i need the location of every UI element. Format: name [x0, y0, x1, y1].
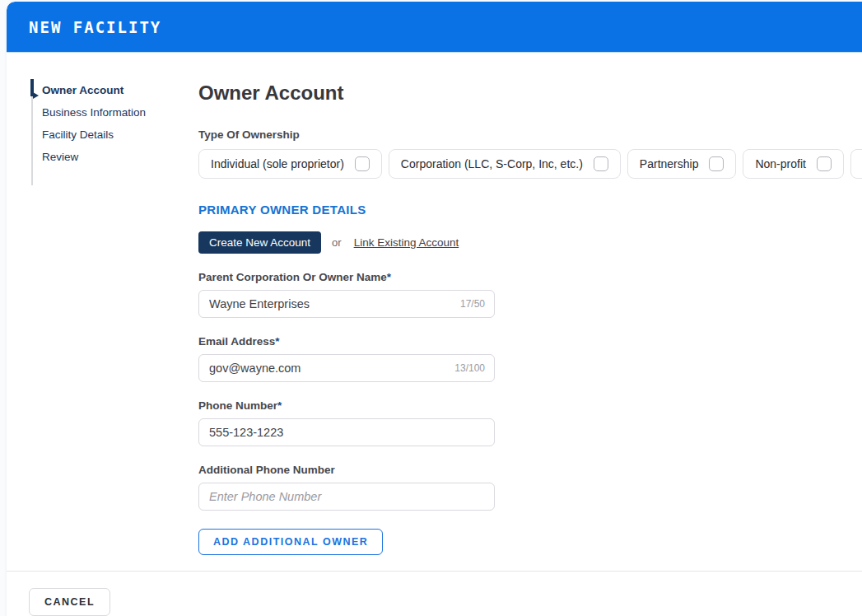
- add-additional-owner-button[interactable]: ADD ADDITIONAL OWNER: [198, 529, 383, 555]
- link-existing-account-link[interactable]: Link Existing Account: [354, 236, 459, 249]
- sidebar-item-label: Owner Account: [42, 84, 123, 96]
- email-input[interactable]: [198, 354, 495, 382]
- page-header-title: NEW FACILITY: [29, 18, 161, 36]
- email-label: Email Address*: [198, 335, 862, 348]
- individual-checkbox[interactable]: [355, 156, 370, 171]
- ownership-option-corporation[interactable]: Corporation (LLC, S-Corp, Inc, etc.): [389, 149, 621, 179]
- active-step-indicator-icon: [30, 79, 34, 96]
- ownership-option-label: Corporation (LLC, S-Corp, Inc, etc.): [401, 157, 583, 170]
- create-new-account-button[interactable]: Create New Account: [198, 231, 321, 254]
- phone-label: Phone Number*: [198, 399, 862, 412]
- owner-name-input[interactable]: [198, 290, 495, 318]
- ownership-option-label: Individual (sole proprietor): [211, 157, 344, 170]
- ownership-option-label: Partnership: [640, 157, 699, 170]
- phone-field-block: Phone Number*: [198, 399, 862, 446]
- form-footer: CANCEL: [7, 571, 862, 616]
- account-mode-row: Create New Account or Link Existing Acco…: [198, 231, 862, 254]
- ownership-option-non-profit[interactable]: Non-profit: [743, 149, 843, 179]
- email-field-block: Email Address* 13/100: [198, 335, 862, 382]
- sidebar-item-label: Facility Details: [42, 128, 114, 141]
- ownership-option-government[interactable]: Government: [850, 149, 862, 179]
- corporation-checkbox[interactable]: [594, 156, 608, 171]
- sidebar-item-review[interactable]: Review: [42, 146, 198, 168]
- owner-name-field-block: Parent Corporation Or Owner Name* 17/50: [198, 271, 862, 318]
- owner-account-form: Owner Account Type Of Ownership Individu…: [198, 52, 862, 555]
- ownership-options-row: Individual (sole proprietor) Corporation…: [198, 149, 862, 179]
- required-asterisk: *: [275, 335, 279, 348]
- page-header: NEW FACILITY: [7, 2, 862, 52]
- primary-owner-details-title: PRIMARY OWNER DETAILS: [198, 203, 862, 217]
- sidebar-item-business-information[interactable]: Business Information: [42, 101, 198, 124]
- cancel-button[interactable]: CANCEL: [29, 588, 110, 616]
- new-facility-card: NEW FACILITY Owner Account Business Info…: [7, 2, 862, 616]
- additional-phone-input[interactable]: [198, 483, 495, 511]
- additional-phone-field-block: Additional Phone Number: [198, 464, 862, 511]
- sidebar-item-label: Review: [42, 151, 78, 163]
- non-profit-checkbox[interactable]: [817, 156, 832, 171]
- required-asterisk: *: [277, 399, 282, 412]
- ownership-option-label: Non-profit: [755, 157, 805, 170]
- required-asterisk: *: [387, 271, 391, 283]
- sidebar-item-facility-details[interactable]: Facility Details: [42, 124, 198, 146]
- sidebar-item-owner-account[interactable]: Owner Account: [42, 79, 198, 101]
- step-sidebar: Owner Account Business Information Facil…: [7, 52, 198, 555]
- sidebar-item-label: Business Information: [42, 106, 146, 119]
- page-title: Owner Account: [198, 82, 862, 105]
- type-of-ownership-label: Type Of Ownership: [198, 128, 862, 141]
- ownership-option-individual[interactable]: Individual (sole proprietor): [198, 149, 382, 179]
- ownership-option-partnership[interactable]: Partnership: [627, 149, 737, 179]
- phone-input[interactable]: [198, 418, 495, 446]
- additional-phone-label: Additional Phone Number: [198, 464, 862, 476]
- partnership-checkbox[interactable]: [709, 156, 724, 171]
- owner-name-label: Parent Corporation Or Owner Name*: [198, 271, 862, 283]
- or-text: or: [332, 236, 342, 249]
